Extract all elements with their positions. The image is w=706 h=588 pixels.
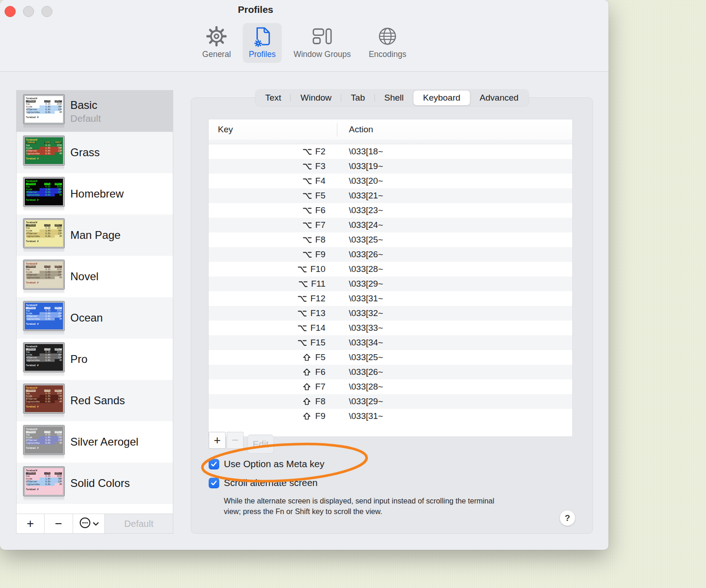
table-row[interactable]: F13\033[32~ xyxy=(209,306,572,321)
profile-item-ocean[interactable]: Terminal#COMMAND%CPURPRVTtop4.1%231KXcod… xyxy=(17,297,173,339)
remove-profile-button[interactable]: − xyxy=(45,514,73,533)
key-cell: F3 xyxy=(209,161,337,171)
toolbar-label-profiles: Profiles xyxy=(249,50,275,59)
question-mark-icon: ? xyxy=(565,513,570,523)
thumbnail-reflection xyxy=(23,497,64,500)
table-row[interactable]: F7\033[28~ xyxy=(209,379,572,394)
key-label: F5 xyxy=(315,352,325,362)
profile-thumbnail: Terminal#COMMAND%CPURPRVTtop4.1%231KXcod… xyxy=(23,260,64,294)
option-key-icon xyxy=(298,310,307,317)
toolbar-item-profiles[interactable]: Profiles xyxy=(243,23,281,63)
toolbar-item-general[interactable]: General xyxy=(196,23,237,63)
toolbar-item-encodings[interactable]: Encodings xyxy=(363,23,412,63)
table-row[interactable]: F11\033[29~ xyxy=(209,277,572,291)
add-profile-button[interactable]: + xyxy=(17,514,45,533)
edit-key-button[interactable]: Edit xyxy=(247,435,274,454)
tab-window[interactable]: Window xyxy=(291,90,342,105)
remove-key-button[interactable]: − xyxy=(227,432,244,449)
profile-name: Silver Aerogel xyxy=(70,435,138,448)
table-row[interactable]: F3\033[19~ xyxy=(209,159,572,174)
table-row[interactable]: F15\033[34~ xyxy=(209,335,572,350)
profile-item-novel[interactable]: Terminal#COMMAND%CPURPRVTtop4.1%231KXcod… xyxy=(17,256,173,297)
profiles-document-gear-icon xyxy=(253,25,272,47)
table-row[interactable]: F2\033[18~ xyxy=(209,144,572,159)
key-cell: F11 xyxy=(209,279,337,289)
table-row[interactable]: F6\033[23~ xyxy=(209,203,572,218)
profile-item-solid-colors[interactable]: Terminal#COMMAND%CPURPRVTtop4.1%231KXcod… xyxy=(17,463,173,504)
table-row[interactable]: F8\033[29~ xyxy=(209,394,572,409)
table-row[interactable]: F8\033[25~ xyxy=(209,232,572,247)
option-key-icon xyxy=(303,192,312,199)
scroll-alternate-screen-checkbox[interactable] xyxy=(209,478,219,488)
table-row[interactable]: F10\033[28~ xyxy=(209,262,572,277)
table-row[interactable]: F4\033[20~ xyxy=(209,174,572,188)
preferences-toolbar: General xyxy=(0,23,609,63)
option-key-icon xyxy=(303,148,312,155)
profile-thumbnail: Terminal#COMMAND%CPURPRVTtop4.1%231KXcod… xyxy=(23,177,64,211)
profile-item-man-page[interactable]: Terminal#COMMAND%CPURPRVTtop4.1%231KXcod… xyxy=(17,215,173,256)
profile-item-homebrew[interactable]: Terminal#COMMAND%CPURPRVTtop4.1%231KXcod… xyxy=(17,173,173,215)
action-value: \033[32~ xyxy=(337,308,383,318)
thumbnail-reflection xyxy=(23,125,64,128)
action-value: \033[31~ xyxy=(337,411,383,421)
circle-ellipsis-icon xyxy=(79,517,91,531)
key-cell: F15 xyxy=(209,338,337,348)
table-row[interactable]: F5\033[25~ xyxy=(209,350,572,365)
table-row[interactable]: F5\033[21~ xyxy=(209,188,572,203)
profile-name: Ocean xyxy=(70,311,103,324)
action-value: \033[19~ xyxy=(337,161,383,171)
profile-thumbnail: Terminal#COMMAND%CPURPRVTtop4.1%231KXcod… xyxy=(23,301,64,335)
action-value: \033[29~ xyxy=(337,396,383,407)
tab-advanced[interactable]: Advanced xyxy=(470,90,529,105)
profile-item-grass[interactable]: Terminal#COMMAND%CPURPRVTtop4.1%231KXcod… xyxy=(17,132,173,173)
tab-tab[interactable]: Tab xyxy=(341,90,375,105)
window-title: Profiles xyxy=(0,4,511,15)
shift-key-icon xyxy=(303,368,312,376)
profile-thumbnail: Terminal#COMMAND%CPURPRVTtop4.1%231KXcod… xyxy=(23,384,64,418)
key-cell: F9 xyxy=(209,411,337,421)
profile-thumbnail: Terminal#COMMAND%CPURPRVTtop4.1%231KXcod… xyxy=(23,343,64,376)
shift-key-icon xyxy=(303,383,312,390)
key-label: F7 xyxy=(315,382,325,392)
profile-item-basic[interactable]: Terminal#COMMAND%CPURPRVTtop4.1%231KXcod… xyxy=(17,90,173,132)
key-label: F15 xyxy=(310,338,325,348)
option-key-icon xyxy=(298,295,307,302)
action-value: \033[26~ xyxy=(337,249,383,260)
table-row[interactable]: F14\033[33~ xyxy=(209,321,572,335)
thumbnail-reflection xyxy=(23,290,64,294)
profile-settings-pane: TextWindowTabShellKeyboardAdvanced Key A… xyxy=(191,97,593,534)
key-label: F14 xyxy=(310,323,325,333)
plus-icon: + xyxy=(214,433,221,447)
key-label: F4 xyxy=(315,176,325,186)
profile-actions-menu-button[interactable] xyxy=(73,514,105,533)
key-label: F7 xyxy=(315,220,325,230)
use-option-as-meta-key-checkbox[interactable] xyxy=(209,459,219,469)
shift-key-icon xyxy=(303,354,312,361)
table-row[interactable]: F6\033[26~ xyxy=(209,365,572,379)
option-key-icon xyxy=(303,177,312,185)
tab-keyboard[interactable]: Keyboard xyxy=(413,90,470,105)
key-label: F13 xyxy=(310,308,325,318)
toolbar-item-window-groups[interactable]: Window Groups xyxy=(288,23,357,63)
key-label: F10 xyxy=(310,264,325,274)
help-button[interactable]: ? xyxy=(559,510,575,526)
profile-item-silver-aerogel[interactable]: Terminal#COMMAND%CPURPRVTtop4.1%231KXcod… xyxy=(17,421,173,463)
profile-item-red-sands[interactable]: Terminal#COMMAND%CPURPRVTtop4.1%231KXcod… xyxy=(17,380,173,421)
table-row[interactable]: F7\033[24~ xyxy=(209,218,572,232)
default-profile-button[interactable]: Default xyxy=(105,514,173,533)
profile-tabs: TextWindowTabShellKeyboardAdvanced xyxy=(255,90,529,106)
profile-subtitle: Default xyxy=(70,113,101,124)
profile-item-pro[interactable]: Terminal#COMMAND%CPURPRVTtop4.1%231KXcod… xyxy=(17,339,173,380)
key-cell: F8 xyxy=(209,396,337,407)
use-option-as-meta-key-label: Use Option as Meta key xyxy=(224,458,325,469)
key-label: F11 xyxy=(311,279,325,289)
tab-shell[interactable]: Shell xyxy=(375,90,413,105)
table-row[interactable]: F9\033[26~ xyxy=(209,247,572,262)
add-key-button[interactable]: + xyxy=(209,432,226,449)
tab-text[interactable]: Text xyxy=(256,90,291,105)
column-divider[interactable] xyxy=(337,123,337,136)
profile-name: Pro xyxy=(70,353,87,366)
sidebar-footer-bar: + − De xyxy=(17,514,173,533)
table-row[interactable]: F12\033[31~ xyxy=(209,291,572,306)
table-row[interactable]: F9\033[31~ xyxy=(209,409,572,424)
